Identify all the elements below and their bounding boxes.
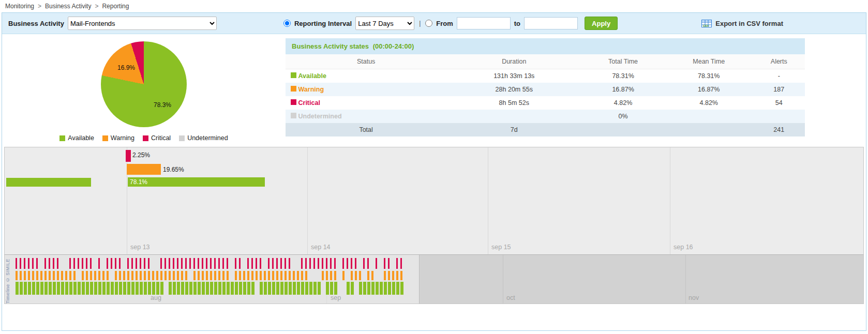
apply-button[interactable]: Apply: [585, 17, 618, 30]
available-event-tick: [57, 282, 60, 295]
available-event-tick: [396, 282, 399, 295]
status-available[interactable]: Available: [298, 72, 326, 80]
available-event-tick: [239, 282, 242, 295]
available-event-tick: [330, 282, 333, 295]
month-label-sep: sep: [331, 294, 341, 301]
critical-event-tick: [82, 258, 83, 269]
available-event-tick: [371, 282, 375, 295]
col-status: Status: [286, 54, 446, 69]
warning-event-tick: [214, 271, 216, 280]
business-activity-select[interactable]: Mail-Frontends: [68, 17, 217, 30]
warning-event-tick: [181, 271, 183, 280]
to-date-input[interactable]: [524, 17, 578, 29]
available-event-tick: [309, 282, 312, 295]
legend-label: Undetermined: [187, 134, 228, 142]
gridline: [488, 147, 488, 254]
states-table: Status Duration Total Time Mean Time Ale…: [286, 54, 805, 136]
critical-event-tick: [36, 258, 38, 269]
critical-event-tick: [384, 258, 385, 269]
status-warning[interactable]: Warning: [298, 86, 324, 93]
critical-event-tick: [239, 258, 241, 269]
available-event-tick: [131, 282, 134, 295]
critical-event-tick: [185, 258, 187, 269]
warning-event-tick: [227, 271, 229, 280]
critical-event-tick: [57, 258, 58, 269]
available-event-tick: [326, 282, 329, 295]
total-duration: 7d: [446, 123, 581, 136]
critical-event-tick: [164, 258, 166, 269]
warning-event-tick: [293, 271, 295, 280]
available-mean-time: 78.31%: [665, 69, 753, 83]
pie-panel: 16.9% 78.3% Available Warning Critical U…: [2, 38, 286, 142]
warning-event-tick: [28, 271, 30, 280]
csv-icon: CSV: [701, 20, 712, 27]
col-total-time: Total Time: [581, 54, 665, 69]
warning-event-tick: [53, 271, 55, 280]
custom-range-radio[interactable]: [425, 20, 432, 27]
warning-event-tick: [127, 271, 129, 280]
available-swatch-icon: [291, 72, 296, 78]
export-csv-link[interactable]: CSV Export in CSV format: [701, 20, 783, 27]
warning-bar-value: 19.65%: [163, 166, 184, 173]
available-event-tick: [276, 282, 279, 295]
breadcrumb-reporting[interactable]: Reporting: [102, 3, 129, 10]
warning-event-tick: [115, 271, 117, 280]
available-event-tick: [44, 282, 48, 295]
critical-event-tick: [206, 258, 207, 269]
summary-section: 16.9% 78.3% Available Warning Critical U…: [2, 34, 866, 147]
available-event-tick: [210, 282, 213, 295]
reporting-interval-radio[interactable]: [283, 20, 291, 27]
available-event-tick: [177, 282, 180, 295]
warning-event-tick: [61, 271, 63, 280]
critical-event-tick: [32, 258, 34, 269]
warning-event-tick: [334, 271, 336, 280]
undetermined-duration: [446, 110, 581, 123]
reporting-interval-select[interactable]: Last 7 Days: [355, 17, 414, 30]
timeline-main-band[interactable]: 2.25% 19.65% 78.1% sep 13 sep 14 sep 15 …: [5, 147, 863, 255]
warning-swatch-icon: [102, 135, 108, 141]
available-event-tick: [384, 282, 387, 295]
timeline-bar-available-prev: [6, 178, 91, 187]
warning-event-tick: [144, 271, 146, 280]
available-event-tick: [65, 282, 68, 295]
critical-event-tick: [69, 258, 71, 269]
critical-event-tick: [115, 258, 116, 269]
legend-label: Available: [68, 134, 94, 142]
critical-event-tick: [309, 258, 311, 269]
warning-event-tick: [65, 271, 67, 280]
critical-event-tick: [334, 258, 336, 269]
status-critical[interactable]: Critical: [298, 99, 320, 107]
warning-event-tick: [156, 271, 158, 280]
gridline: [307, 147, 308, 254]
critical-event-tick: [251, 258, 253, 269]
available-event-tick: [86, 282, 89, 295]
timeline-overview-band[interactable]: aug sep oct nov Timeline © SIMILE: [5, 255, 863, 303]
warning-event-tick: [256, 271, 258, 280]
available-event-tick: [123, 282, 126, 295]
warning-event-tick: [36, 271, 38, 280]
critical-event-tick: [272, 258, 274, 269]
states-table-panel: Business Activity states (00:00-24:00) S…: [286, 38, 805, 142]
critical-event-tick: [202, 258, 203, 269]
available-event-tick: [214, 282, 217, 295]
breadcrumb: Monitoring>Business Activity>Reporting: [0, 0, 868, 12]
critical-event-tick: [111, 258, 112, 269]
warning-event-tick: [301, 271, 303, 280]
critical-event-tick: [301, 258, 303, 269]
available-event-tick: [156, 282, 159, 295]
critical-event-tick: [136, 258, 137, 269]
critical-duration: 8h 5m 52s: [446, 96, 581, 110]
critical-event-tick: [260, 258, 261, 269]
month-label-oct: oct: [506, 294, 515, 301]
warning-event-tick: [173, 271, 175, 280]
warning-event-tick: [98, 271, 100, 280]
breadcrumb-business-activity[interactable]: Business Activity: [45, 3, 91, 10]
critical-event-tick: [78, 258, 79, 269]
critical-event-tick: [280, 258, 282, 269]
critical-event-tick: [351, 258, 352, 269]
from-date-input[interactable]: [457, 17, 511, 29]
breadcrumb-monitoring[interactable]: Monitoring: [5, 3, 34, 10]
states-table-title: Business Activity states (00:00-24:00): [286, 38, 805, 54]
overview-ticks: [5, 255, 863, 303]
critical-bar-value: 2.25%: [132, 151, 150, 159]
